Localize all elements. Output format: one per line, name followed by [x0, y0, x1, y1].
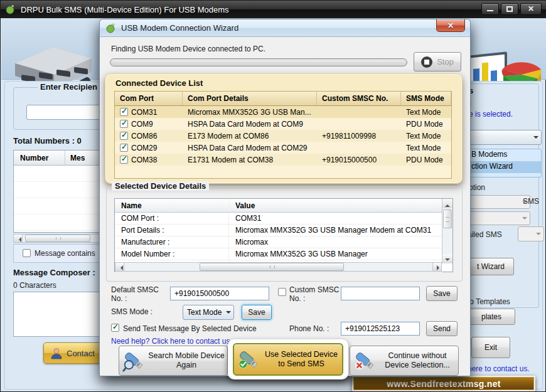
- device-mode-combo[interactable]: [468, 130, 542, 145]
- device-checkbox[interactable]: [120, 132, 128, 140]
- message-contains-label: Message contains: [35, 249, 95, 258]
- close-button[interactable]: [520, 3, 542, 15]
- scroll-left-icon[interactable]: [14, 235, 23, 242]
- device-details-table[interactable]: Name Value COM Port : COM31 Port Details…: [114, 198, 453, 272]
- col-com-port[interactable]: Com Port: [115, 92, 183, 105]
- scroll-left-icon[interactable]: [115, 263, 124, 271]
- hscroll-thumb[interactable]: [200, 263, 344, 271]
- search-progress-bar: [110, 58, 407, 66]
- sms-mode-label: SMS Mode :: [111, 307, 153, 316]
- smsc-save-button[interactable]: Save: [426, 286, 458, 301]
- device-checkbox[interactable]: [120, 120, 128, 128]
- failed-sms-label-fragment: ailed SMS: [468, 230, 502, 239]
- main-window-title: DRPU Bulk SMS (Multi-Device Edition) For…: [21, 5, 229, 14]
- main-contact-link-fragment[interactable]: here to contact us.: [468, 364, 530, 373]
- maximize-button[interactable]: [501, 3, 518, 15]
- device-list-table[interactable]: Com Port Com Port Details Custom SMSC No…: [114, 91, 452, 179]
- exit-button[interactable]: Exit: [471, 337, 510, 358]
- col-custom-smsc[interactable]: Custom SMSC No.: [317, 92, 401, 105]
- send-test-label: Send Test Message By Selected Device: [123, 324, 257, 333]
- chevron-down-icon: [223, 305, 233, 319]
- composer-label: Message Composer :: [13, 268, 95, 277]
- scroll-down-icon[interactable]: [442, 254, 452, 263]
- char-count-label: 0 Characters: [13, 281, 56, 290]
- failed-sms-combo[interactable]: [518, 226, 544, 241]
- custom-smsc-checkbox[interactable]: [278, 288, 286, 296]
- device-row-com86[interactable]: COM86 E173 Modem at COM86 +919811009998 …: [115, 130, 451, 142]
- detail-row-model-number[interactable]: Model Number : Micromax MMX352G 3G USB M…: [115, 248, 442, 260]
- chevron-down-icon: [533, 227, 543, 241]
- selected-device-details-group: Selected Device Details Name Value COM P…: [106, 186, 463, 282]
- main-titlebar: DRPU Bulk SMS (Multi-Device Edition) For…: [1, 1, 546, 18]
- option-label-fragment: ption: [469, 183, 485, 192]
- total-numbers-label: Total Numbers : 0: [13, 136, 82, 146]
- device-checkbox[interactable]: [120, 144, 128, 152]
- hscroll-thumb[interactable]: [25, 235, 90, 242]
- use-selected-device-button[interactable]: Use Selected Device to Send SMS: [233, 343, 343, 376]
- details-vscrollbar[interactable]: [442, 199, 452, 263]
- message-contains-checkbox[interactable]: [23, 249, 31, 257]
- send-option-combo-2[interactable]: [468, 211, 530, 225]
- window-controls: [481, 3, 542, 15]
- scroll-right-icon[interactable]: [432, 263, 441, 271]
- sms-mode-save-button[interactable]: Save: [242, 305, 272, 320]
- vscroll-thumb[interactable]: [443, 209, 452, 228]
- device-row-com29[interactable]: COM29 HSPA Data Card Modem at COM29 Text…: [115, 142, 451, 154]
- device-checkbox[interactable]: [120, 156, 128, 164]
- scroll-up-icon[interactable]: [442, 199, 452, 208]
- device-row-com31[interactable]: COM31 Micromax MMX352G 3G USB Man... Tex…: [115, 106, 451, 118]
- col-sms-mode[interactable]: SMS Mode: [401, 92, 451, 105]
- sms-mode-dropdown[interactable]: Text Mode: [183, 305, 234, 320]
- custom-smsc-label: Custom SMSC No. :: [289, 285, 340, 303]
- dialog-close-button[interactable]: [436, 19, 465, 32]
- person-icon: [50, 347, 63, 359]
- minimize-button[interactable]: [481, 3, 499, 15]
- numbers-col-message[interactable]: Mes: [65, 154, 85, 162]
- need-help-link[interactable]: Need help? Click here to contact us.: [111, 337, 232, 346]
- contact-button-label: Contact: [67, 349, 95, 358]
- connected-device-list-panel: Connected Device List Com Port Com Port …: [105, 73, 463, 184]
- default-smsc-input[interactable]: [170, 287, 269, 300]
- dialog-titlebar: USB Modem Connection Wizard: [100, 19, 470, 37]
- device-row-com9[interactable]: COM9 HSPA Data Card Modem at COM9 PDU Mo…: [115, 118, 451, 130]
- app-icon: [6, 4, 16, 14]
- phone-no-label: Phone No. :: [289, 324, 329, 333]
- custom-smsc-input[interactable]: [341, 287, 420, 300]
- numbers-col-number[interactable]: Number: [14, 151, 65, 165]
- col-name[interactable]: Name: [115, 199, 229, 212]
- device-row-com38[interactable]: COM38 E1731 Modem at COM38 +919015000500…: [115, 154, 451, 166]
- col-value[interactable]: Value: [229, 199, 442, 212]
- stop-icon: [421, 56, 432, 68]
- modem-option-connection-wizard[interactable]: ction Wizard: [468, 161, 541, 173]
- send-test-checkbox[interactable]: [111, 324, 119, 332]
- detail-row-port-details[interactable]: Port Details : Micromax MMX352G 3G USB M…: [115, 225, 442, 236]
- search-device-again-button[interactable]: Search Mobile Device Again: [119, 346, 228, 376]
- device-checkbox[interactable]: [120, 108, 128, 116]
- detail-row-manufacturer[interactable]: Manufacturer : Micromax: [115, 236, 442, 248]
- usb-modem-wizard-dialog: USB Modem Connection Wizard Finding USB …: [99, 19, 471, 376]
- dialog-title: USB Modem Connection Wizard: [121, 23, 238, 33]
- device-selected-note: e is selected.: [469, 110, 513, 119]
- usb-search-icon: [122, 349, 146, 373]
- finding-status-text: Finding USB Modem Device connected to PC…: [111, 45, 265, 53]
- chevron-down-icon: [531, 130, 541, 144]
- screen: DRPU Bulk SMS (Multi-Device Edition) For…: [0, 0, 546, 392]
- url-banner[interactable]: www.Sendfreetextmsg.net: [352, 376, 535, 391]
- usb-cancel-icon: [353, 349, 377, 373]
- col-com-port-details[interactable]: Com Port Details: [183, 92, 317, 105]
- send-test-button[interactable]: Send: [426, 321, 458, 336]
- send-option-combo-1[interactable]: [468, 195, 530, 209]
- detail-row-com-port[interactable]: COM Port : COM31: [115, 213, 442, 225]
- device-list-title: Connected Device List: [115, 78, 203, 88]
- continue-without-device-button[interactable]: Continue without Device Selection...: [350, 346, 459, 376]
- phone-no-input[interactable]: [341, 322, 420, 336]
- recipients-group-title: Enter Recipien: [38, 82, 100, 92]
- details-hscrollbar[interactable]: [115, 262, 442, 272]
- modem-option-usb-modems[interactable]: B Modems: [468, 149, 541, 161]
- templates-button-fragment[interactable]: plates: [468, 309, 515, 325]
- modem-option-list[interactable]: B Modems ction Wizard: [468, 149, 542, 177]
- stop-button[interactable]: Stop: [414, 52, 461, 72]
- templates-text-fragment: to Templates: [468, 297, 510, 306]
- wizard-button-fragment[interactable]: t Wizard: [468, 258, 514, 275]
- chevron-down-icon: [520, 212, 530, 225]
